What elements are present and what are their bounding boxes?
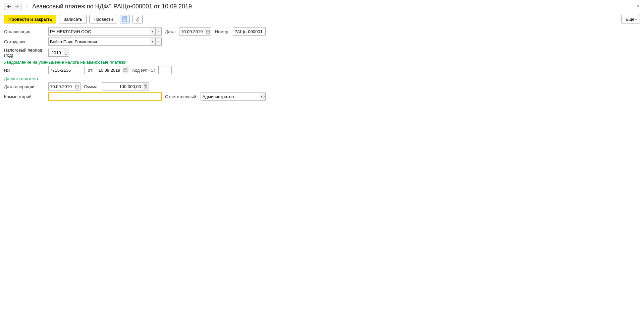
organization-combo[interactable]: ▼ ↗ — [48, 27, 162, 36]
ifns-code-label: Код ИФНС: — [132, 68, 155, 73]
report-icon — [122, 16, 127, 22]
calendar-icon[interactable] — [74, 82, 80, 90]
svg-point-14 — [146, 86, 147, 87]
employee-combo[interactable]: ▼ ↗ — [48, 38, 162, 46]
dropdown-icon[interactable]: ▼ — [150, 38, 156, 46]
notice-no-label: №: — [4, 68, 45, 73]
paperclip-icon — [135, 16, 140, 22]
dropdown-icon[interactable]: ▼ — [150, 27, 156, 36]
comment-input[interactable] — [48, 92, 162, 101]
op-date-input[interactable] — [48, 82, 74, 90]
svg-rect-0 — [123, 16, 127, 22]
svg-rect-6 — [124, 69, 127, 72]
date-input[interactable] — [179, 27, 205, 36]
op-date-label: Дата операции: — [4, 84, 45, 89]
dropdown-icon[interactable]: ▼ — [260, 92, 263, 101]
tax-year-spinner[interactable]: ▲ ▼ — [48, 49, 68, 57]
sum-label: Сумма: — [84, 84, 99, 89]
employee-input[interactable] — [48, 38, 150, 46]
attachments-button[interactable] — [132, 15, 143, 23]
nav-back-button[interactable] — [4, 3, 13, 10]
save-button[interactable]: Записать — [59, 15, 87, 23]
responsible-combo[interactable]: ▼ ↗ — [201, 92, 258, 101]
svg-point-12 — [145, 86, 145, 87]
open-icon[interactable]: ↗ — [156, 38, 162, 46]
notice-no-input[interactable] — [48, 66, 85, 74]
svg-point-13 — [145, 86, 146, 87]
post-and-close-button[interactable]: Провести и закрыть — [4, 15, 56, 23]
nav-forward-button[interactable] — [13, 3, 21, 10]
date-field[interactable] — [179, 27, 211, 36]
responsible-input[interactable] — [201, 92, 260, 101]
more-button[interactable]: Еще — [621, 15, 640, 23]
tax-year-label: Налоговый период (год): — [4, 48, 45, 58]
date-label: Дата: — [165, 29, 176, 34]
svg-point-16 — [145, 87, 146, 88]
svg-rect-8 — [75, 85, 79, 88]
op-date-field[interactable] — [48, 82, 80, 90]
section-notice-title: Уведомление на уменьшение налога на аван… — [4, 60, 640, 65]
calculator-icon[interactable] — [142, 82, 149, 90]
notice-date-field[interactable] — [97, 66, 129, 74]
favorite-star-icon[interactable]: ☆ — [24, 3, 30, 10]
arrow-left-icon — [7, 5, 11, 8]
organization-label: Организация: — [4, 29, 45, 34]
open-icon[interactable]: ↗ — [156, 27, 162, 36]
number-label: Номер: — [215, 29, 229, 34]
ifns-code-input[interactable] — [158, 66, 172, 74]
section-payment-title: Данные платежа — [4, 76, 640, 81]
sum-field[interactable] — [102, 82, 149, 90]
spin-up-icon[interactable]: ▲ — [64, 49, 68, 53]
svg-point-15 — [145, 87, 145, 88]
sum-input[interactable] — [102, 82, 142, 90]
responsible-label: Ответственный: — [165, 94, 197, 99]
organization-input[interactable] — [48, 27, 150, 36]
page-title: Авансовый платеж по НДФЛ РАЩо-000001 от … — [32, 3, 192, 10]
notice-from-label: от: — [88, 68, 94, 73]
report-button[interactable] — [120, 15, 130, 23]
notice-date-input[interactable] — [97, 66, 122, 74]
employee-label: Сотрудник: — [4, 39, 45, 44]
calendar-icon[interactable] — [205, 27, 211, 36]
comment-label: Комментарий: — [4, 94, 45, 99]
calendar-icon[interactable] — [122, 66, 129, 74]
close-button[interactable]: ✕ — [636, 3, 640, 8]
svg-rect-4 — [206, 30, 210, 33]
arrow-right-icon — [15, 5, 19, 8]
spin-down-icon[interactable]: ▼ — [64, 53, 68, 57]
svg-point-17 — [146, 87, 147, 88]
open-icon[interactable]: ↗ — [263, 92, 266, 101]
svg-rect-11 — [144, 85, 147, 86]
tax-year-input[interactable] — [48, 49, 64, 57]
post-button[interactable]: Провести — [89, 15, 117, 23]
number-input[interactable] — [233, 27, 266, 36]
